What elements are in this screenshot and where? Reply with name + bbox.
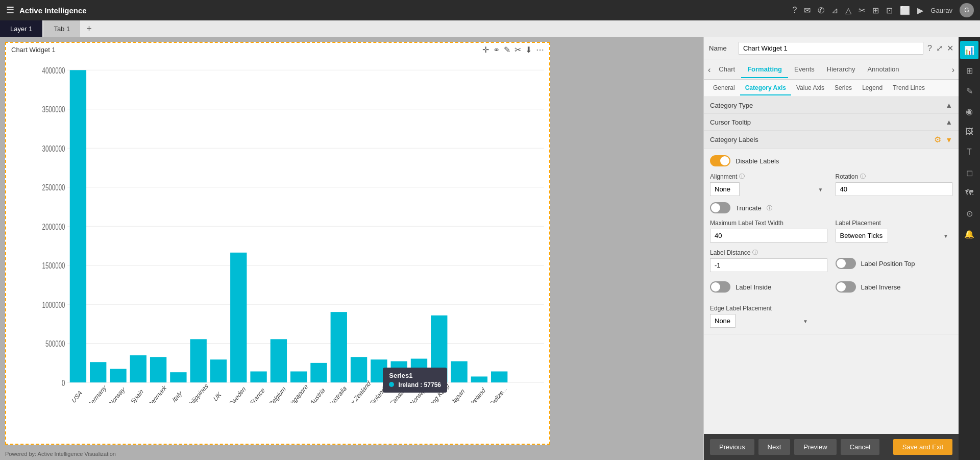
scissors-icon[interactable]: ✂ <box>859 6 865 15</box>
svg-text:Italy: Italy <box>172 389 183 403</box>
cursor-tooltip-section[interactable]: Cursor Tooltip ▲ <box>704 114 959 131</box>
svg-rect-36 <box>431 316 447 382</box>
table-icon[interactable]: ⊡ <box>886 6 893 15</box>
label-inside-toggle[interactable] <box>710 281 730 293</box>
panel-help-icon[interactable]: ? <box>927 44 932 53</box>
tab-annotation[interactable]: Annotation <box>861 61 905 78</box>
label-placement-select-wrapper: Between Ticks On Ticks <box>836 229 953 243</box>
max-width-input[interactable] <box>710 229 827 243</box>
rotation-info-icon[interactable]: ⓘ <box>860 173 866 180</box>
tab-formatting[interactable]: Formatting <box>741 61 788 78</box>
bar-chart: 4000000 3500000 3000000 2500000 2000000 … <box>37 63 544 403</box>
link-icon[interactable]: ⚭ <box>493 45 500 55</box>
sidebar-image-icon[interactable]: 🖼 <box>960 123 978 141</box>
label-distance-info-icon[interactable]: ⓘ <box>752 249 758 256</box>
more-icon[interactable]: ⋯ <box>536 45 544 55</box>
grid-icon[interactable]: ⊞ <box>872 6 879 15</box>
panel-resize-icon[interactable]: ⤢ <box>936 43 943 53</box>
tab-events[interactable]: Events <box>788 61 821 78</box>
sidebar-bell-icon[interactable]: 🔔 <box>960 225 978 243</box>
tab1-tab[interactable]: Tab 1 <box>43 20 80 37</box>
panel-tab-right-arrow[interactable]: › <box>952 65 954 75</box>
cut-icon[interactable]: ✂ <box>514 45 521 55</box>
add-tab-button[interactable]: + <box>80 20 98 37</box>
edge-label-select[interactable]: None Left Right <box>710 314 736 328</box>
subtab-legend[interactable]: Legend <box>857 81 888 95</box>
sidebar-gauge-icon[interactable]: ⊙ <box>960 204 978 223</box>
mail-icon[interactable]: ✉ <box>804 6 811 15</box>
width-placement-row: Maximum Label Text Width Label Placement… <box>710 220 952 243</box>
tab-hierarchy[interactable]: Hierarchy <box>821 61 862 78</box>
hamburger-icon[interactable]: ☰ <box>6 5 14 16</box>
label-position-top-row: Label Position Top <box>836 258 953 269</box>
category-labels-content: Disable Labels Alignment ⓘ None Left <box>704 149 959 334</box>
category-type-section[interactable]: Category Type ▲ <box>704 97 959 114</box>
svg-text:3500000: 3500000 <box>42 105 65 114</box>
filter-up-icon[interactable]: △ <box>845 6 851 15</box>
label-position-top-toggle[interactable] <box>836 258 856 269</box>
truncate-toggle[interactable] <box>710 202 730 213</box>
subtab-value-axis[interactable]: Value Axis <box>791 81 829 95</box>
sidebar-table-icon[interactable]: ⊞ <box>960 61 978 80</box>
sidebar-map-icon[interactable]: 🗺 <box>960 184 978 202</box>
phone-icon[interactable]: ✆ <box>818 6 824 15</box>
sidebar-edit-icon[interactable]: ✎ <box>960 82 978 100</box>
sidebar-shape-icon[interactable]: ◻ <box>960 163 978 182</box>
truncate-info-icon[interactable]: ⓘ <box>767 204 772 212</box>
max-width-col: Maximum Label Text Width <box>710 220 827 243</box>
download-icon[interactable]: ⬇ <box>525 45 532 55</box>
previous-button[interactable]: Previous <box>710 439 754 455</box>
next-button[interactable]: Next <box>758 439 791 455</box>
widget-name-input[interactable] <box>739 42 923 55</box>
panel-close-icon[interactable]: ✕ <box>947 43 953 53</box>
svg-text:1500000: 1500000 <box>42 261 65 271</box>
subtab-category-axis[interactable]: Category Axis <box>740 81 791 95</box>
panel-header: Name ? ⤢ ✕ <box>704 37 959 60</box>
chart-area: 4000000 3500000 3000000 2500000 2000000 … <box>6 58 549 433</box>
preview-button[interactable]: Preview <box>794 439 836 455</box>
svg-rect-27 <box>250 371 266 382</box>
svg-rect-35 <box>411 359 427 383</box>
category-labels-arrow[interactable]: ▼ <box>945 136 952 144</box>
label-placement-select[interactable]: Between Ticks On Ticks <box>836 229 888 243</box>
cursor-tooltip-arrow[interactable]: ▲ <box>945 118 952 126</box>
subtab-trend-lines[interactable]: Trend Lines <box>888 81 930 95</box>
rotation-input[interactable] <box>836 182 953 196</box>
label-inverse-row: Label Inverse <box>836 281 953 293</box>
sidebar-filter-icon[interactable]: ◉ <box>960 102 978 120</box>
help-icon[interactable]: ? <box>792 6 797 15</box>
svg-text:500000: 500000 <box>45 339 65 349</box>
category-labels-section[interactable]: Category Labels ⚙ ▼ <box>704 131 959 149</box>
label-inverse-toggle[interactable] <box>836 281 856 293</box>
label-placement-label: Label Placement <box>836 220 953 227</box>
sidebar-chart-icon[interactable]: 📊 <box>960 41 978 59</box>
window-icon[interactable]: ⬜ <box>900 6 910 15</box>
alignment-select[interactable]: None Left Right Center <box>710 182 740 196</box>
panel-tab-left-arrow[interactable]: ‹ <box>708 65 710 75</box>
label-distance-input[interactable] <box>710 258 827 272</box>
filter-down-icon[interactable]: ⊿ <box>831 6 838 15</box>
svg-text:1000000: 1000000 <box>42 300 65 310</box>
alignment-rotation-row: Alignment ⓘ None Left Right Center <box>710 173 952 196</box>
icon-sidebar: 📊 ⊞ ✎ ◉ 🖼 T ◻ 🗺 ⊙ 🔔 <box>959 37 980 460</box>
disable-labels-toggle[interactable] <box>710 155 730 166</box>
edit-icon[interactable]: ✎ <box>504 45 510 55</box>
layer1-tab[interactable]: Layer 1 <box>0 20 42 37</box>
inside-inverse-row: Label Inside Label Inverse <box>710 281 952 299</box>
alignment-info-icon[interactable]: ⓘ <box>739 173 745 180</box>
category-type-arrow[interactable]: ▲ <box>945 101 952 109</box>
sidebar-text-icon[interactable]: T <box>960 143 978 161</box>
topbar: ☰ Active Intelligence ? ✉ ✆ ⊿ △ ✂ ⊞ ⊡ ⬜ … <box>0 0 980 20</box>
svg-text:USA: USA <box>70 388 83 403</box>
subtab-series[interactable]: Series <box>829 81 857 95</box>
cancel-button[interactable]: Cancel <box>841 439 879 455</box>
subtab-general[interactable]: General <box>708 81 740 95</box>
move-icon[interactable]: ✛ <box>482 45 489 55</box>
user-avatar[interactable]: G <box>960 3 974 17</box>
category-labels-settings-icon[interactable]: ⚙ <box>934 135 941 144</box>
tab-chart[interactable]: Chart <box>713 61 741 78</box>
svg-rect-32 <box>351 357 367 382</box>
svg-rect-28 <box>271 339 287 382</box>
save-exit-button[interactable]: Save and Exit <box>893 439 952 455</box>
play-icon[interactable]: ▶ <box>917 6 923 15</box>
